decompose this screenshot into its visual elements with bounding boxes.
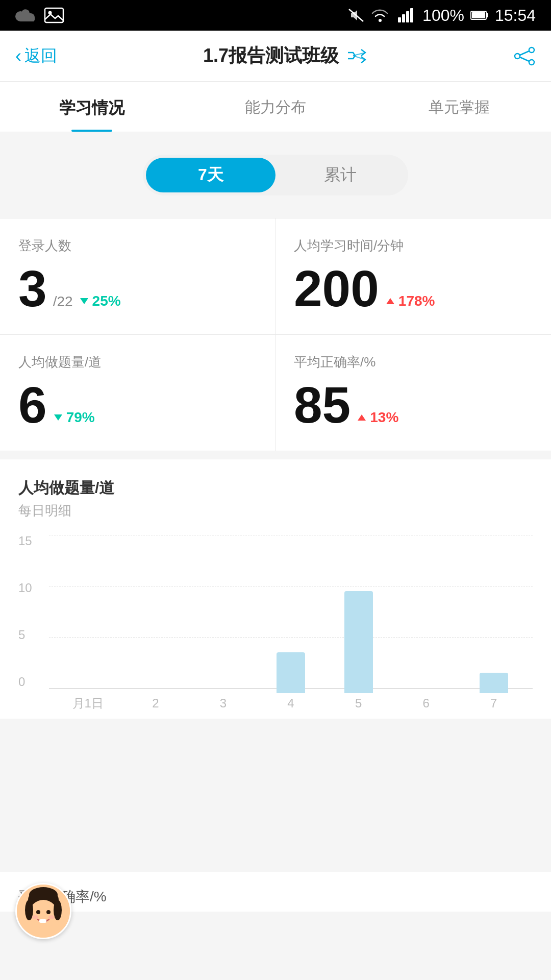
down-arrow-2-icon: [53, 412, 63, 423]
stat-study-time: 人均学习时间/分钟 200 178%: [276, 218, 551, 335]
bar-wrapper-6: [460, 673, 528, 693]
wifi-icon: [371, 7, 392, 23]
svg-rect-9: [472, 12, 485, 18]
period-toggle-container: 7天 累计: [0, 132, 551, 218]
image-icon: [44, 7, 64, 23]
svg-point-14: [515, 54, 520, 59]
svg-marker-19: [386, 298, 394, 304]
chart-section: 人均做题量/道 每日明细 15 10 5 0 月1日: [0, 459, 551, 719]
x-axis-labels: 月1日234567: [49, 693, 533, 714]
bars-container: [49, 540, 533, 693]
stat-time-value: 200: [294, 263, 379, 314]
down-arrow-icon: [79, 296, 89, 306]
back-label: 返回: [24, 45, 57, 67]
y-label-15: 15: [18, 535, 32, 547]
svg-point-26: [36, 910, 40, 914]
svg-rect-6: [406, 11, 409, 22]
svg-point-28: [32, 915, 38, 919]
x-label-0: 月1日: [54, 693, 122, 714]
stat-login-label: 登录人数: [18, 237, 257, 255]
time-display: 15:54: [495, 6, 536, 25]
tab-bar: 学习情况 能力分布 单元掌握: [0, 82, 551, 132]
bar-3: [277, 652, 305, 693]
stat-time-label: 人均学习时间/分钟: [294, 237, 533, 255]
stat-time-change: 178%: [385, 293, 435, 309]
svg-rect-10: [486, 13, 488, 17]
svg-point-27: [46, 910, 51, 914]
signal-icon: [398, 7, 416, 23]
svg-point-31: [25, 900, 33, 920]
stats-grid: 登录人数 3 /22 25% 人均学习时间/分钟 200 178%: [0, 218, 551, 451]
y-label-10: 10: [18, 582, 32, 594]
header: ‹ 返回 1.7报告测试班级: [0, 31, 551, 82]
avatar-face-svg: [17, 885, 70, 938]
stat-questions: 人均做题量/道 6 79%: [0, 335, 276, 451]
stat-questions-value: 6: [18, 379, 47, 430]
stat-time-value-row: 200 178%: [294, 263, 533, 314]
stat-login-sub: /22: [53, 293, 73, 310]
stat-accuracy-change: 13%: [357, 409, 398, 426]
svg-point-13: [529, 47, 534, 53]
stat-login-value: 3: [18, 263, 47, 314]
status-left-icons: [15, 7, 64, 23]
svg-rect-1: [45, 8, 63, 22]
svg-point-15: [529, 60, 534, 65]
bar-chart: 15 10 5 0 月1日234567: [18, 535, 533, 719]
x-label-3: 4: [257, 693, 325, 714]
stat-login-count: 登录人数 3 /22 25%: [0, 218, 276, 335]
stat-accuracy-value-row: 85 13%: [294, 379, 533, 430]
avatar-container: [15, 883, 71, 939]
tab-unit[interactable]: 单元掌握: [367, 82, 551, 132]
chart-title: 人均做题量/道: [18, 478, 533, 499]
y-label-5: 5: [18, 629, 25, 641]
svg-rect-4: [398, 17, 401, 22]
period-7days-button[interactable]: 7天: [146, 158, 276, 192]
status-right-info: 100% 15:54: [347, 6, 536, 25]
up-arrow-icon: [385, 296, 395, 306]
svg-point-32: [54, 900, 62, 920]
back-button[interactable]: ‹ 返回: [15, 45, 57, 67]
back-arrow-icon: ‹: [15, 45, 21, 67]
stat-accuracy-value: 85: [294, 379, 350, 430]
y-axis-labels: 15 10 5 0: [18, 535, 46, 688]
bar-6: [480, 673, 508, 693]
page-title: 1.7报告测试班级: [203, 43, 367, 68]
x-label-2: 3: [189, 693, 257, 714]
svg-line-17: [520, 57, 529, 61]
up-arrow-2-icon: [357, 412, 367, 423]
status-bar: 100% 15:54: [0, 0, 551, 31]
x-label-4: 5: [324, 693, 392, 714]
svg-line-16: [520, 51, 529, 55]
battery-label: 100%: [422, 6, 464, 25]
period-cumulative-button[interactable]: 累计: [276, 158, 405, 192]
stat-questions-value-row: 6 79%: [18, 379, 257, 430]
bar-wrapper-3: [257, 652, 325, 693]
tab-study[interactable]: 学习情况: [0, 82, 184, 132]
svg-point-25: [29, 900, 58, 928]
bar-4: [344, 591, 373, 693]
svg-marker-21: [358, 414, 366, 421]
bar-wrapper-4: [324, 591, 392, 693]
avatar: [15, 883, 71, 939]
stat-questions-label: 人均做题量/道: [18, 353, 257, 371]
share-icon[interactable]: [513, 46, 536, 66]
svg-point-29: [48, 915, 55, 919]
battery-icon: [470, 10, 489, 21]
svg-rect-5: [402, 14, 405, 22]
period-toggle: 7天 累计: [143, 155, 408, 195]
svg-rect-7: [410, 8, 413, 22]
svg-rect-30: [39, 919, 46, 923]
stat-accuracy: 平均正确率/% 85 13%: [276, 335, 551, 451]
stat-login-change: 25%: [79, 293, 121, 309]
tab-ability[interactable]: 能力分布: [184, 82, 367, 132]
svg-marker-20: [54, 414, 62, 421]
stat-login-value-row: 3 /22 25%: [18, 263, 257, 314]
chart-area: 月1日234567: [49, 535, 533, 719]
cloud-icon: [15, 7, 38, 23]
mute-icon: [347, 7, 365, 23]
x-label-6: 7: [460, 693, 528, 714]
shuffle-icon[interactable]: [347, 48, 367, 64]
x-label-1: 2: [122, 693, 190, 714]
svg-marker-18: [80, 298, 88, 304]
chart-subtitle: 每日明细: [18, 502, 533, 520]
